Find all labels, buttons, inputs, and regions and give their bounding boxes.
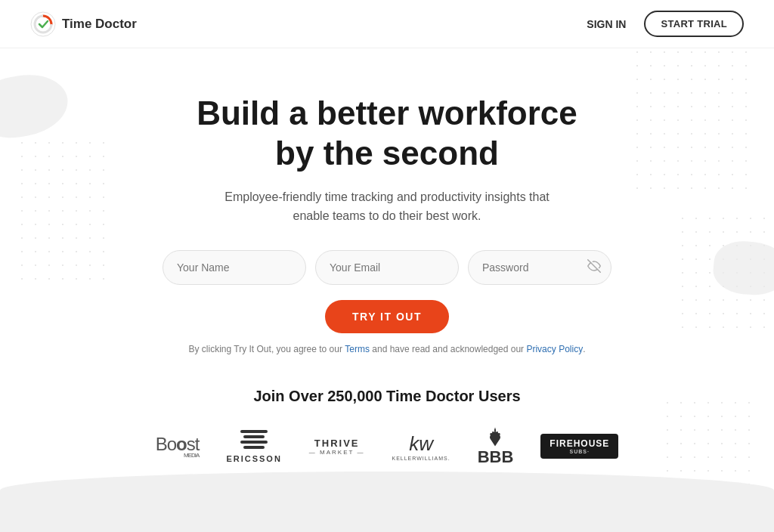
logo-area: Time Doctor xyxy=(30,11,137,37)
brand-firehouse-subs: FIREHOUSE SUBS· xyxy=(540,434,618,459)
signup-form xyxy=(163,250,611,285)
terms-suffix: . xyxy=(583,344,585,354)
terms-prefix: By clicking Try It Out, you agree to our xyxy=(189,344,345,354)
brand-bbb: BBB xyxy=(478,426,514,467)
ericsson-icon xyxy=(240,430,268,451)
email-input[interactable] xyxy=(315,250,459,285)
social-proof-section: Join Over 250,000 Time Doctor Users Boos… xyxy=(0,388,774,467)
name-input[interactable] xyxy=(163,250,306,285)
try-it-out-button[interactable]: TRY IT OUT xyxy=(325,300,449,333)
nav-right: SIGN IN START TRIAL xyxy=(587,11,744,37)
brand-thrive-market: THRIVE — MARKET — xyxy=(309,438,365,456)
svg-rect-5 xyxy=(243,446,265,449)
blob-decoration-bottom xyxy=(0,472,774,532)
terms-link[interactable]: Terms xyxy=(345,344,370,354)
bbb-icon xyxy=(486,426,504,447)
brand-logos-row: Boost MEDIA ERICSSON THRIVE — MARKET — k… xyxy=(0,426,774,467)
svg-rect-2 xyxy=(240,430,268,433)
subheadline: Employee-friendly time tracking and prod… xyxy=(221,187,553,226)
sign-in-link[interactable]: SIGN IN xyxy=(587,18,626,30)
headline: Build a better workforce by the second xyxy=(197,94,577,174)
svg-rect-4 xyxy=(240,441,268,444)
terms-text: By clicking Try It Out, you agree to our… xyxy=(189,344,586,354)
main-content: Build a better workforce by the second E… xyxy=(0,48,774,354)
headline-line1: Build a better workforce xyxy=(197,94,577,131)
svg-rect-3 xyxy=(243,435,265,438)
headline-line2: by the second xyxy=(275,135,499,172)
password-wrapper xyxy=(468,250,611,285)
header: Time Doctor SIGN IN START TRIAL xyxy=(0,0,774,48)
logo-icon xyxy=(30,11,56,37)
social-proof-title: Join Over 250,000 Time Doctor Users xyxy=(0,388,774,405)
brand-keller-williams: kw KELLERWILLIAMS. xyxy=(392,432,450,461)
logo-text: Time Doctor xyxy=(62,17,137,32)
password-toggle-icon[interactable] xyxy=(587,259,601,276)
privacy-policy-link[interactable]: Privacy Policy xyxy=(526,344,583,354)
terms-middle: and have read and acknowledged our xyxy=(370,344,527,354)
brand-boost-media: Boost MEDIA xyxy=(156,434,200,459)
start-trial-button[interactable]: START TRIAL xyxy=(644,11,744,37)
brand-ericsson: ERICSSON xyxy=(226,430,281,463)
